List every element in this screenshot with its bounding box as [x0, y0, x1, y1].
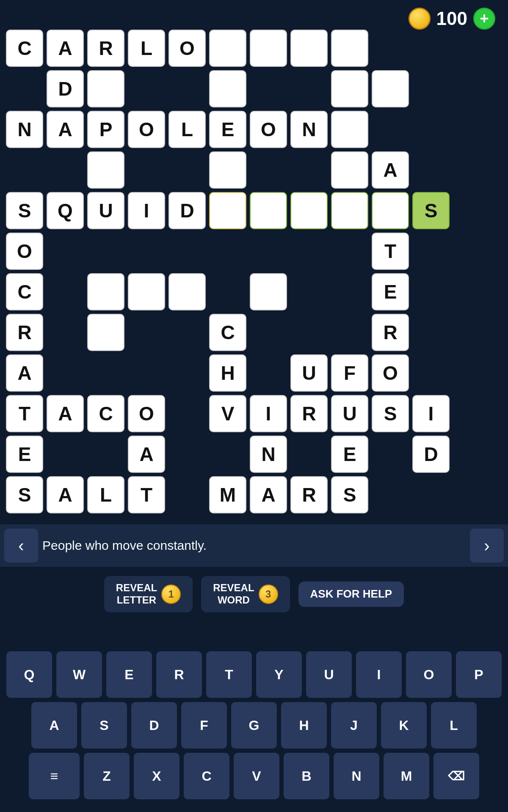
- keyboard-key-d[interactable]: D: [131, 702, 177, 749]
- grid-cell[interactable]: E: [372, 273, 409, 310]
- grid-cell[interactable]: [87, 314, 124, 351]
- grid-cell[interactable]: U: [87, 192, 124, 229]
- keyboard-key-j[interactable]: J: [331, 702, 377, 749]
- grid-cell[interactable]: [209, 151, 246, 189]
- grid-cell[interactable]: [87, 273, 124, 310]
- grid-cell[interactable]: O: [128, 111, 165, 148]
- grid-cell[interactable]: [128, 273, 165, 310]
- keyboard-key-b[interactable]: B: [284, 753, 329, 799]
- grid-cell[interactable]: A: [47, 476, 84, 513]
- keyboard-key-u[interactable]: U: [306, 651, 352, 698]
- next-clue-button[interactable]: ›: [470, 529, 504, 562]
- grid-cell[interactable]: E: [6, 436, 43, 473]
- grid-cell[interactable]: N: [6, 111, 43, 148]
- grid-cell[interactable]: [250, 192, 287, 229]
- grid-cell[interactable]: [372, 192, 409, 229]
- grid-cell[interactable]: L: [87, 476, 124, 513]
- grid-cell[interactable]: A: [47, 111, 84, 148]
- grid-cell[interactable]: F: [331, 354, 368, 392]
- grid-cell[interactable]: O: [168, 30, 206, 67]
- keyboard-key-p[interactable]: P: [456, 651, 502, 698]
- grid-cell[interactable]: [290, 192, 328, 229]
- grid-cell[interactable]: R: [6, 314, 43, 351]
- grid-cell[interactable]: T: [6, 395, 43, 432]
- keyboard-key-m[interactable]: M: [384, 753, 429, 799]
- keyboard-key-r[interactable]: R: [156, 651, 202, 698]
- keyboard-key-n[interactable]: N: [334, 753, 379, 799]
- grid-cell[interactable]: A: [6, 354, 43, 392]
- grid-cell[interactable]: T: [372, 233, 409, 270]
- grid-cell[interactable]: S: [372, 395, 409, 432]
- grid-cell[interactable]: [87, 70, 124, 107]
- grid-cell[interactable]: I: [128, 192, 165, 229]
- ask-for-help-button[interactable]: ASK FOR HELP: [298, 582, 404, 606]
- keyboard-key-k[interactable]: K: [381, 702, 427, 749]
- grid-cell[interactable]: [209, 70, 246, 107]
- grid-cell[interactable]: [331, 30, 368, 67]
- grid-cell[interactable]: L: [168, 111, 206, 148]
- keyboard-key-c[interactable]: C: [184, 753, 229, 799]
- grid-cell[interactable]: [250, 273, 287, 310]
- grid-cell[interactable]: N: [250, 436, 287, 473]
- grid-cell[interactable]: [87, 151, 124, 189]
- grid-cell[interactable]: [331, 192, 368, 229]
- grid-cell[interactable]: O: [372, 354, 409, 392]
- keyboard-key-o[interactable]: O: [406, 651, 452, 698]
- keyboard-key-q[interactable]: Q: [6, 651, 52, 698]
- keyboard-key-x[interactable]: X: [134, 753, 179, 799]
- grid-cell[interactable]: U: [331, 395, 368, 432]
- grid-cell[interactable]: [372, 70, 409, 107]
- grid-cell[interactable]: [209, 30, 246, 67]
- grid-cell[interactable]: T: [128, 476, 165, 513]
- grid-cell[interactable]: R: [87, 30, 124, 67]
- grid-cell[interactable]: [331, 70, 368, 107]
- grid-cell[interactable]: A: [47, 395, 84, 432]
- grid-cell[interactable]: U: [290, 354, 328, 392]
- grid-cell[interactable]: V: [209, 395, 246, 432]
- grid-cell[interactable]: [331, 151, 368, 189]
- grid-cell[interactable]: R: [290, 395, 328, 432]
- grid-cell[interactable]: C: [209, 314, 246, 351]
- keyboard-key-z[interactable]: Z: [84, 753, 130, 799]
- grid-cell[interactable]: Q: [47, 192, 84, 229]
- grid-cell[interactable]: L: [128, 30, 165, 67]
- grid-cell[interactable]: D: [47, 70, 84, 107]
- grid-cell[interactable]: C: [87, 395, 124, 432]
- grid-cell[interactable]: S: [412, 192, 450, 229]
- reveal-letter-button[interactable]: REVEAL LETTER 1: [104, 576, 193, 612]
- grid-cell[interactable]: A: [372, 151, 409, 189]
- keyboard-key-f[interactable]: F: [181, 702, 227, 749]
- grid-cell[interactable]: D: [412, 436, 450, 473]
- grid-cell[interactable]: R: [290, 476, 328, 513]
- keyboard-key-t[interactable]: T: [206, 651, 252, 698]
- keyboard-key-i[interactable]: I: [356, 651, 402, 698]
- grid-cell[interactable]: S: [6, 192, 43, 229]
- grid-cell[interactable]: M: [209, 476, 246, 513]
- keyboard-key-g[interactable]: G: [231, 702, 277, 749]
- prev-clue-button[interactable]: ‹: [4, 529, 38, 562]
- grid-cell[interactable]: [168, 273, 206, 310]
- keyboard-key-l[interactable]: L: [431, 702, 477, 749]
- grid-cell[interactable]: I: [250, 395, 287, 432]
- grid-cell[interactable]: H: [209, 354, 246, 392]
- grid-cell[interactable]: O: [250, 111, 287, 148]
- keyboard-key-e[interactable]: E: [106, 651, 152, 698]
- grid-cell[interactable]: S: [6, 476, 43, 513]
- keyboard-key-s[interactable]: S: [81, 702, 127, 749]
- keyboard-key-⌫[interactable]: ⌫: [433, 753, 479, 799]
- grid-cell[interactable]: E: [209, 111, 246, 148]
- keyboard-key-v[interactable]: V: [234, 753, 279, 799]
- keyboard-key-≡[interactable]: ≡: [29, 753, 80, 799]
- grid-cell[interactable]: O: [6, 233, 43, 270]
- grid-cell[interactable]: P: [87, 111, 124, 148]
- grid-cell[interactable]: [331, 111, 368, 148]
- grid-cell[interactable]: D: [168, 192, 206, 229]
- grid-cell[interactable]: A: [250, 476, 287, 513]
- keyboard-key-w[interactable]: W: [56, 651, 102, 698]
- grid-cell[interactable]: E: [331, 436, 368, 473]
- grid-cell[interactable]: [250, 30, 287, 67]
- keyboard-key-y[interactable]: Y: [256, 651, 302, 698]
- grid-cell[interactable]: C: [6, 30, 43, 67]
- grid-cell[interactable]: S: [331, 476, 368, 513]
- grid-cell[interactable]: N: [290, 111, 328, 148]
